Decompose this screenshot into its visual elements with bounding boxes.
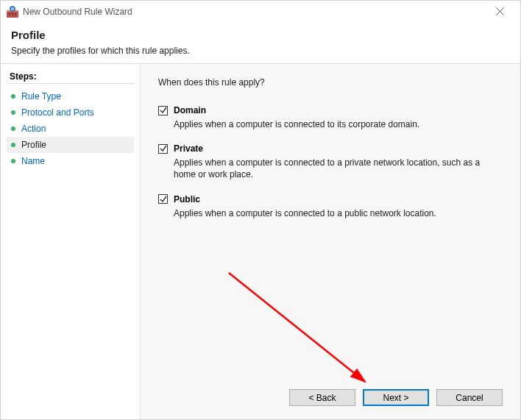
firewall-icon: [7, 6, 18, 18]
bullet-icon: [11, 94, 15, 99]
step-label: Action: [21, 124, 46, 134]
step-protocol-and-ports[interactable]: Protocol and Ports: [7, 104, 134, 121]
checkbox-public[interactable]: [158, 194, 168, 204]
steps-title: Steps:: [7, 70, 134, 84]
next-button[interactable]: Next >: [363, 389, 429, 406]
wizard-header: Profile Specify the profiles for which t…: [1, 23, 520, 64]
step-label: Profile: [21, 140, 46, 150]
checkbox-private[interactable]: [158, 144, 168, 154]
bullet-icon: [11, 159, 15, 163]
wizard-footer: < Back Next > Cancel: [158, 374, 503, 406]
svg-rect-4: [15, 13, 16, 15]
bullet-icon: [11, 110, 15, 115]
svg-rect-2: [9, 13, 10, 15]
option-label: Public: [174, 194, 200, 204]
close-icon[interactable]: [485, 6, 514, 18]
option-description: Applies when a computer is connected to …: [174, 157, 483, 180]
page-title: Profile: [11, 29, 510, 41]
window-title: New Outbound Rule Wizard: [23, 7, 132, 17]
bullet-icon: [11, 143, 15, 147]
option-public: Public Applies when a computer is connec…: [158, 194, 503, 219]
option-description: Applies when a computer is connected to …: [174, 118, 483, 130]
step-name[interactable]: Name: [7, 153, 134, 169]
option-label: Private: [174, 143, 203, 154]
step-action[interactable]: Action: [7, 121, 134, 137]
step-label: Protocol and Ports: [21, 107, 94, 118]
back-button[interactable]: < Back: [289, 389, 355, 406]
checkbox-domain[interactable]: [158, 106, 168, 115]
option-label: Domain: [174, 105, 206, 115]
page-subtitle: Specify the profiles for which this rule…: [11, 46, 510, 56]
wizard-body: Steps: Rule Type Protocol and Ports Acti…: [1, 64, 520, 419]
wizard-main: When does this rule apply? Domain Applie…: [141, 64, 520, 419]
step-label: Name: [21, 156, 45, 166]
step-rule-type[interactable]: Rule Type: [7, 88, 134, 104]
steps-sidebar: Steps: Rule Type Protocol and Ports Acti…: [1, 64, 141, 419]
option-domain: Domain Applies when a computer is connec…: [158, 105, 503, 130]
svg-rect-3: [12, 13, 13, 15]
cancel-button[interactable]: Cancel: [436, 389, 503, 406]
question-text: When does this rule apply?: [158, 77, 503, 88]
step-label: Rule Type: [21, 91, 61, 102]
option-private: Private Applies when a computer is conne…: [158, 143, 503, 180]
bullet-icon: [11, 127, 15, 131]
svg-point-6: [11, 7, 14, 10]
option-description: Applies when a computer is connected to …: [174, 207, 483, 219]
step-profile[interactable]: Profile: [7, 137, 134, 153]
titlebar: New Outbound Rule Wizard: [1, 1, 520, 23]
